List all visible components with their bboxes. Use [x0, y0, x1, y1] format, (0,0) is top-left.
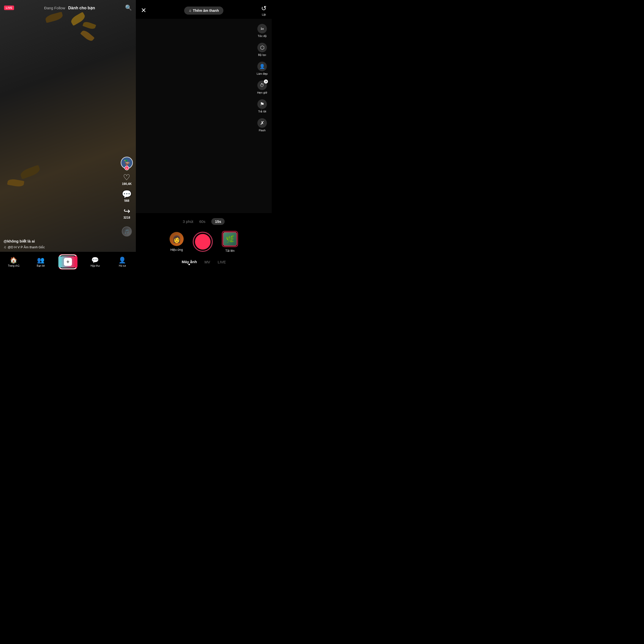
- music-title: @D H V P Âm thanh Gốc: [8, 245, 45, 249]
- flip-camera-button[interactable]: ↺ Lật: [261, 5, 267, 16]
- share-count: 3218: [124, 216, 130, 219]
- camera-top-bar: ✕ ♫ Thêm âm thanh ↺ Lật: [136, 0, 272, 19]
- timer-badge: 3: [264, 79, 268, 84]
- create-button-wrapper[interactable]: +: [60, 255, 76, 268]
- tab-following[interactable]: Đang Follow: [44, 6, 65, 10]
- bottom-navigation: 🏠 Trang chủ 👥 Bạn bè + 💬 Hộp thư 👤 Hồ sơ: [0, 252, 136, 272]
- duration-3min[interactable]: 3 phút: [183, 219, 193, 224]
- top-navigation-bar: LIVE Đang Follow Dành cho bạn 🔍: [0, 0, 136, 14]
- flip-icon: ↺: [261, 5, 267, 12]
- speed-label: Tốc độ: [258, 34, 266, 38]
- add-sound-button[interactable]: ♫ Thêm âm thanh: [184, 7, 223, 15]
- duration-60s[interactable]: 60s: [199, 219, 205, 224]
- follow-plus-badge: +: [125, 166, 129, 170]
- duration-selector: 3 phút 60s 15s: [136, 218, 272, 225]
- comment-button[interactable]: 💬 568: [122, 190, 132, 203]
- nav-inbox[interactable]: 💬 Hộp thư: [82, 257, 109, 267]
- record-button[interactable]: [193, 232, 213, 252]
- record-button-inner: [195, 234, 211, 250]
- nav-profile[interactable]: 👤 Hồ sơ: [109, 257, 136, 267]
- home-icon: 🏠: [10, 257, 17, 264]
- heart-icon: ♡: [123, 173, 130, 181]
- nav-create[interactable]: +: [54, 255, 82, 268]
- upload-label: Tải lên: [225, 249, 234, 253]
- left-panel: LIVE Đang Follow Dành cho bạn 🔍 🦆 + ♡ 19…: [0, 0, 136, 272]
- flash-label: Flash: [259, 129, 266, 132]
- speed-icon: 1x: [257, 24, 267, 33]
- music-disc-image: 🎵: [122, 226, 132, 236]
- music-info[interactable]: ♫ @D H V P Âm thanh Gốc: [4, 245, 118, 249]
- share-button[interactable]: ↪ 3218: [124, 207, 130, 219]
- timer-icon: ⏱ 3: [257, 81, 267, 90]
- upload-thumbnail: 🌿: [223, 232, 237, 246]
- right-camera-panel: ✕ ♫ Thêm âm thanh ↺ Lật 1x Tốc độ ⬡ Bộ l…: [136, 0, 272, 272]
- close-button[interactable]: ✕: [141, 7, 146, 14]
- music-note-icon: ♫: [189, 9, 191, 13]
- mode-camera[interactable]: Máy ảnh: [182, 260, 197, 264]
- live-badge: LIVE: [4, 6, 14, 10]
- camera-bottom-controls: 3 phút 60s 15s 👩 Hiệu ứng 🌿 Tải lên Máy …: [136, 213, 272, 272]
- effect-avatar: 👩: [170, 232, 184, 246]
- reply-label: Trả lời: [258, 110, 266, 113]
- music-disc[interactable]: 🎵: [122, 226, 132, 236]
- mode-live[interactable]: LIVE: [218, 260, 226, 264]
- flash-tool[interactable]: ✗ Flash: [257, 118, 268, 132]
- create-button[interactable]: +: [60, 255, 76, 268]
- inbox-label: Hộp thư: [91, 264, 100, 267]
- beauty-label: Làm đẹp: [257, 72, 268, 75]
- tab-for-you[interactable]: Dành cho bạn: [68, 6, 95, 10]
- music-note-icon: ♫: [4, 245, 6, 249]
- comment-icon: 💬: [122, 190, 132, 198]
- right-action-panel: 🦆 + ♡ 190,4K 💬 568 ↪ 3218 🎵: [121, 157, 133, 236]
- video-background: [0, 0, 136, 272]
- comment-count: 568: [124, 199, 129, 203]
- share-icon: ↪: [124, 207, 130, 215]
- profile-label: Hồ sơ: [119, 264, 126, 267]
- creator-username[interactable]: @không biết là ai: [4, 239, 118, 244]
- camera-viewport: 1x Tốc độ ⬡ Bộ lọc 👤 Làm đẹp ⏱ 3: [136, 19, 272, 213]
- timer-tool[interactable]: ⏱ 3 Hẹn giờ: [257, 81, 268, 94]
- nav-friends[interactable]: 👥 Bạn bè: [27, 257, 54, 267]
- upload-button[interactable]: 🌿 Tải lên: [222, 231, 238, 253]
- video-info: @không biết là ai ♫ @D H V P Âm thanh Gố…: [4, 239, 118, 249]
- mode-mv[interactable]: MV: [205, 260, 210, 264]
- filter-tool[interactable]: ⬡ Bộ lọc: [257, 43, 268, 57]
- beauty-tool[interactable]: 👤 Làm đẹp: [257, 62, 268, 75]
- like-button[interactable]: ♡ 190,4K: [122, 173, 132, 186]
- effect-label: Hiệu ứng: [170, 248, 183, 252]
- create-plus-icon: +: [64, 258, 72, 266]
- friends-label: Bạn bè: [37, 264, 45, 267]
- reply-icon: ⚑: [257, 99, 267, 109]
- flash-icon: ✗: [257, 118, 267, 128]
- like-count: 190,4K: [122, 182, 132, 186]
- add-sound-label: Thêm âm thanh: [193, 9, 219, 13]
- creator-avatar[interactable]: 🦆 +: [121, 157, 133, 169]
- filter-icon: ⬡: [257, 43, 267, 52]
- effect-button[interactable]: 👩 Hiệu ứng: [170, 232, 184, 252]
- friends-icon: 👥: [37, 257, 45, 264]
- top-tabs: Đang Follow Dành cho bạn: [44, 6, 95, 10]
- record-row: 👩 Hiệu ứng 🌿 Tải lên: [136, 231, 272, 253]
- beauty-icon: 👤: [257, 62, 267, 71]
- duration-15s[interactable]: 15s: [211, 218, 225, 225]
- upload-border: 🌿: [222, 231, 238, 247]
- camera-tools-panel: 1x Tốc độ ⬡ Bộ lọc 👤 Làm đẹp ⏱ 3: [257, 24, 268, 132]
- search-icon[interactable]: 🔍: [125, 5, 132, 11]
- flip-label: Lật: [262, 13, 266, 16]
- nav-home[interactable]: 🏠 Trang chủ: [0, 257, 27, 267]
- timer-label: Hẹn giờ: [257, 91, 267, 94]
- inbox-icon: 💬: [91, 257, 99, 264]
- profile-icon: 👤: [118, 257, 126, 264]
- reply-tool[interactable]: ⚑ Trả lời: [257, 99, 268, 113]
- camera-mode-tabs: Máy ảnh MV LIVE: [136, 258, 272, 264]
- home-label: Trang chủ: [8, 264, 19, 267]
- speed-tool[interactable]: 1x Tốc độ: [257, 24, 268, 38]
- filter-label: Bộ lọc: [258, 53, 266, 57]
